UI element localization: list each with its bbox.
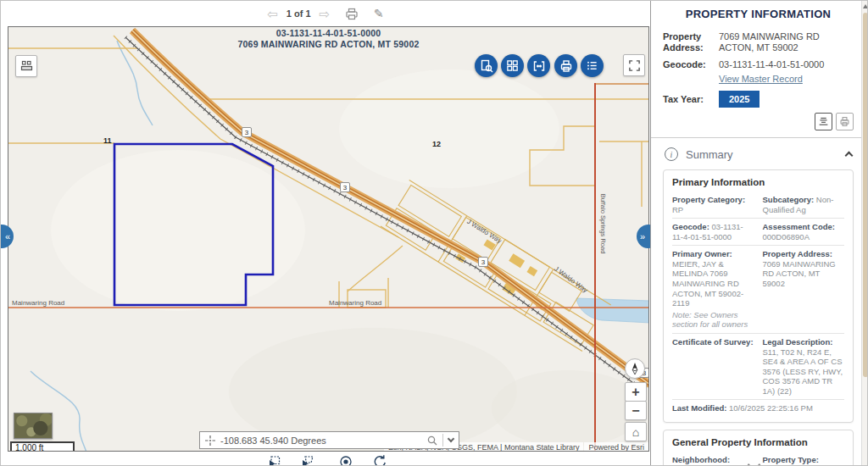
scale-bar: 1,000 ft (10, 441, 75, 452)
layer-list-button[interactable] (581, 54, 604, 77)
field-geocode: Geocode: 03-1131-11-4-01-51-0000 (672, 222, 754, 241)
scrollbar-up-arrow-icon[interactable] (863, 4, 868, 8)
print-record-button[interactable] (836, 113, 854, 130)
field-legal-description: Legal Description: S11, T02 N, R24 E, SE… (763, 337, 845, 396)
fullscreen-expand-icon (628, 59, 641, 72)
info-row: Property Category: RP Subcategory: Non-Q… (672, 191, 844, 218)
panel-title: PROPERTY INFORMATION (663, 8, 854, 20)
summary-heading: Summary (686, 148, 733, 161)
select-by-polygon-button[interactable] (299, 454, 314, 466)
brackets-icon (532, 59, 546, 73)
road-label-mainwaring-center: Mainwaring Road (329, 299, 381, 307)
section-label-11: 11 (103, 136, 112, 145)
north-arrow-icon (629, 362, 641, 375)
compass-button[interactable] (625, 358, 645, 379)
home-extent-button[interactable]: ⌂ (625, 422, 647, 441)
field-primary-owner: Primary Owner: MEIER, JAY & MELINDA 7069… (672, 249, 754, 330)
chevron-down-icon[interactable] (448, 435, 454, 442)
general-info-heading: General Property Information (672, 437, 844, 447)
map-title: 03-1131-11-4-01-51-0000 7069 MAINWARING … (8, 28, 648, 50)
select-polygon-icon (299, 454, 314, 466)
tax-year-label: Tax Year: (663, 94, 712, 105)
field-last-modified: Last Modified: 10/6/2025 22:25:16 PM (672, 403, 844, 413)
coordinate-search-box[interactable]: -108.683 45.940 Degrees (199, 431, 459, 449)
road-label-buffalo-springs: Buffalo Springs Road (599, 194, 607, 254)
selection-mode-radio[interactable] (338, 454, 353, 466)
map-title-geocode: 03-1131-11-4-01-51-0000 (8, 28, 648, 39)
info-row: Last Modified: 10/6/2025 22:25:16 PM (672, 399, 844, 417)
field-certificate-of-survey: Certificate of Survey: (672, 337, 754, 396)
printer-icon (839, 116, 850, 127)
search-icon[interactable] (427, 435, 437, 446)
attribution-powered-by: Powered by Esri (584, 442, 648, 452)
highway-shield-label: 3 (343, 184, 348, 191)
coordinates-value[interactable]: -108.683 45.940 Degrees (220, 435, 422, 446)
home-icon: ⌂ (632, 425, 639, 439)
print-map-button[interactable] (554, 54, 577, 77)
clear-selection-button[interactable] (372, 454, 387, 466)
zoom-out-button[interactable]: − (625, 401, 647, 420)
property-address-value: 7069 MAINWARING RD ACTON, MT 59002 (719, 31, 854, 53)
page-toolbar: ⇦ 1 of 1 ⇨ ✎ (1, 1, 650, 26)
geocode-value: 03-1131-11-4-01-51-0000 (719, 59, 824, 69)
report-button[interactable] (815, 113, 832, 130)
primary-info-heading: Primary Information (672, 177, 844, 187)
road-label-mainwaring-west: Mainwaring Road (12, 299, 64, 307)
edit-pencil-icon[interactable]: ✎ (374, 7, 384, 20)
panel-scrollbar[interactable] (861, 1, 868, 466)
info-row: Certificate of Survey: Legal Description… (672, 333, 844, 399)
field-neighborhood: Neighborhood: 203.005 (672, 455, 754, 466)
report-icon (818, 116, 829, 127)
info-row: Geocode: 03-1131-11-4-01-51-0000 Assessm… (672, 218, 844, 245)
select-tool-button[interactable] (527, 54, 550, 77)
map-title-address: 7069 MAINWARING RD ACTON, MT 59002 (8, 39, 648, 50)
geocode-label: Geocode: (663, 59, 712, 85)
divider (442, 434, 443, 447)
property-map-app: ⇦ 1 of 1 ⇨ ✎ (0, 0, 868, 466)
section-label-12: 12 (432, 140, 441, 148)
primary-information-card: Primary Information Property Category: R… (663, 169, 854, 423)
property-address-label: Property Address: (663, 31, 712, 53)
page-indicator: 1 of 1 (287, 8, 311, 19)
crosshair-icon (205, 435, 215, 446)
printer-icon (559, 59, 573, 73)
scrollbar-thumb[interactable] (863, 13, 868, 377)
fullscreen-button[interactable] (623, 54, 645, 76)
measure-tool-button[interactable] (15, 55, 37, 77)
grid-icon (506, 59, 519, 72)
radio-selected-icon (338, 454, 353, 466)
prev-page-arrow-icon[interactable]: ⇦ (267, 8, 278, 20)
panel-action-icons (663, 113, 854, 130)
field-property-type: Property Type: Improved Property (763, 455, 845, 466)
selection-toolbar (1, 452, 650, 466)
summary-section-header[interactable]: i Summary (663, 138, 854, 169)
next-page-arrow-icon[interactable]: ⇨ (320, 8, 331, 20)
select-by-rectangle-button[interactable] (266, 454, 281, 466)
basemap-gallery-button[interactable] (501, 54, 524, 77)
view-master-record-link[interactable]: View Master Record (719, 74, 803, 85)
zoom-in-button[interactable]: + (625, 382, 647, 402)
map-graphics: 3 3 3 3 11 12 Mainwaring Road Mainwaring… (8, 27, 649, 452)
info-icon: i (665, 147, 678, 161)
select-rectangle-icon (266, 454, 281, 466)
map-canvas[interactable]: 3 3 3 3 11 12 Mainwaring Road Mainwaring… (8, 26, 649, 452)
basemap-toggle-thumbnail[interactable] (14, 413, 53, 439)
general-property-information-card: General Property Information Neighborhoo… (663, 430, 854, 466)
measure-icon (20, 60, 33, 72)
owners-note: Note: See Owners section for all owners (672, 310, 754, 330)
header-fields: Property Address: 7069 MAINWARING RD ACT… (663, 31, 854, 108)
print-icon[interactable] (345, 8, 359, 20)
tax-year-button[interactable]: 2025 (719, 91, 760, 108)
field-assessment-code: Assessment Code: 000D06890A (763, 222, 845, 241)
geocode-value-wrap: 03-1131-11-4-01-51-0000 View Master Reco… (719, 59, 854, 85)
collapse-chevron-icon[interactable] (845, 152, 854, 160)
info-row: Primary Owner: MEIER, JAY & MELINDA 7069… (672, 245, 844, 333)
list-icon (586, 59, 598, 72)
property-information-panel: PROPERTY INFORMATION Property Address: 7… (650, 1, 868, 466)
highway-shield-label: 3 (245, 129, 249, 136)
highway-shield-label: 3 (481, 258, 486, 266)
identify-results-button[interactable] (475, 54, 498, 77)
field-property-category: Property Category: RP (672, 195, 754, 214)
field-property-address: Property Address: 7069 MAINWARING RD ACT… (763, 249, 845, 330)
search-document-icon (480, 59, 493, 73)
